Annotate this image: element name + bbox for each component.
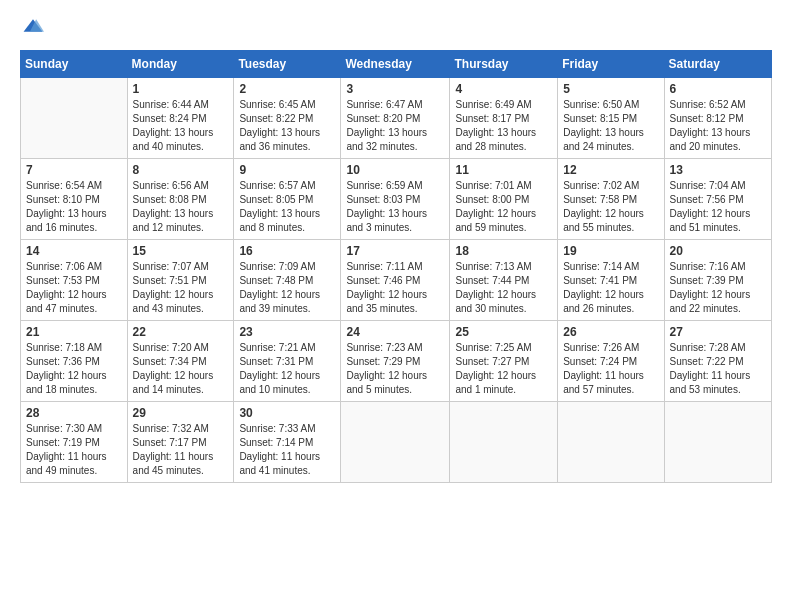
day-info: Sunrise: 7:25 AM Sunset: 7:27 PM Dayligh… [455,341,552,397]
column-header-wednesday: Wednesday [341,51,450,78]
day-info: Sunrise: 7:26 AM Sunset: 7:24 PM Dayligh… [563,341,658,397]
day-cell: 27Sunrise: 7:28 AM Sunset: 7:22 PM Dayli… [664,321,771,402]
week-row-1: 1Sunrise: 6:44 AM Sunset: 8:24 PM Daylig… [21,78,772,159]
day-cell: 9Sunrise: 6:57 AM Sunset: 8:05 PM Daylig… [234,159,341,240]
day-cell [664,402,771,483]
day-info: Sunrise: 6:54 AM Sunset: 8:10 PM Dayligh… [26,179,122,235]
day-info: Sunrise: 7:02 AM Sunset: 7:58 PM Dayligh… [563,179,658,235]
day-cell: 16Sunrise: 7:09 AM Sunset: 7:48 PM Dayli… [234,240,341,321]
day-info: Sunrise: 7:18 AM Sunset: 7:36 PM Dayligh… [26,341,122,397]
day-number: 27 [670,325,766,339]
column-header-friday: Friday [558,51,664,78]
column-header-thursday: Thursday [450,51,558,78]
day-info: Sunrise: 6:44 AM Sunset: 8:24 PM Dayligh… [133,98,229,154]
day-info: Sunrise: 7:32 AM Sunset: 7:17 PM Dayligh… [133,422,229,478]
week-row-3: 14Sunrise: 7:06 AM Sunset: 7:53 PM Dayli… [21,240,772,321]
day-cell: 17Sunrise: 7:11 AM Sunset: 7:46 PM Dayli… [341,240,450,321]
day-cell: 12Sunrise: 7:02 AM Sunset: 7:58 PM Dayli… [558,159,664,240]
day-cell: 28Sunrise: 7:30 AM Sunset: 7:19 PM Dayli… [21,402,128,483]
day-info: Sunrise: 6:57 AM Sunset: 8:05 PM Dayligh… [239,179,335,235]
page: SundayMondayTuesdayWednesdayThursdayFrid… [0,0,792,493]
day-info: Sunrise: 6:50 AM Sunset: 8:15 PM Dayligh… [563,98,658,154]
week-row-2: 7Sunrise: 6:54 AM Sunset: 8:10 PM Daylig… [21,159,772,240]
day-number: 15 [133,244,229,258]
day-cell: 5Sunrise: 6:50 AM Sunset: 8:15 PM Daylig… [558,78,664,159]
day-info: Sunrise: 6:47 AM Sunset: 8:20 PM Dayligh… [346,98,444,154]
day-number: 16 [239,244,335,258]
day-number: 12 [563,163,658,177]
day-info: Sunrise: 7:28 AM Sunset: 7:22 PM Dayligh… [670,341,766,397]
logo-icon [22,16,44,38]
day-cell: 18Sunrise: 7:13 AM Sunset: 7:44 PM Dayli… [450,240,558,321]
day-info: Sunrise: 7:20 AM Sunset: 7:34 PM Dayligh… [133,341,229,397]
day-number: 14 [26,244,122,258]
day-number: 21 [26,325,122,339]
calendar-table: SundayMondayTuesdayWednesdayThursdayFrid… [20,50,772,483]
day-info: Sunrise: 7:11 AM Sunset: 7:46 PM Dayligh… [346,260,444,316]
day-number: 13 [670,163,766,177]
day-number: 30 [239,406,335,420]
day-info: Sunrise: 7:23 AM Sunset: 7:29 PM Dayligh… [346,341,444,397]
day-cell: 15Sunrise: 7:07 AM Sunset: 7:51 PM Dayli… [127,240,234,321]
day-cell [558,402,664,483]
day-cell: 30Sunrise: 7:33 AM Sunset: 7:14 PM Dayli… [234,402,341,483]
day-info: Sunrise: 6:59 AM Sunset: 8:03 PM Dayligh… [346,179,444,235]
day-cell: 10Sunrise: 6:59 AM Sunset: 8:03 PM Dayli… [341,159,450,240]
day-number: 8 [133,163,229,177]
header [20,16,772,42]
day-cell: 24Sunrise: 7:23 AM Sunset: 7:29 PM Dayli… [341,321,450,402]
day-cell: 7Sunrise: 6:54 AM Sunset: 8:10 PM Daylig… [21,159,128,240]
day-number: 7 [26,163,122,177]
day-info: Sunrise: 7:04 AM Sunset: 7:56 PM Dayligh… [670,179,766,235]
day-info: Sunrise: 7:06 AM Sunset: 7:53 PM Dayligh… [26,260,122,316]
day-info: Sunrise: 7:30 AM Sunset: 7:19 PM Dayligh… [26,422,122,478]
day-cell: 11Sunrise: 7:01 AM Sunset: 8:00 PM Dayli… [450,159,558,240]
day-cell: 4Sunrise: 6:49 AM Sunset: 8:17 PM Daylig… [450,78,558,159]
day-number: 6 [670,82,766,96]
day-number: 23 [239,325,335,339]
day-number: 25 [455,325,552,339]
day-number: 10 [346,163,444,177]
day-info: Sunrise: 7:14 AM Sunset: 7:41 PM Dayligh… [563,260,658,316]
day-info: Sunrise: 7:09 AM Sunset: 7:48 PM Dayligh… [239,260,335,316]
week-row-5: 28Sunrise: 7:30 AM Sunset: 7:19 PM Dayli… [21,402,772,483]
day-number: 2 [239,82,335,96]
day-number: 5 [563,82,658,96]
day-info: Sunrise: 6:52 AM Sunset: 8:12 PM Dayligh… [670,98,766,154]
day-number: 19 [563,244,658,258]
day-number: 3 [346,82,444,96]
day-number: 29 [133,406,229,420]
day-number: 20 [670,244,766,258]
day-number: 26 [563,325,658,339]
day-info: Sunrise: 7:01 AM Sunset: 8:00 PM Dayligh… [455,179,552,235]
day-info: Sunrise: 6:45 AM Sunset: 8:22 PM Dayligh… [239,98,335,154]
day-info: Sunrise: 7:07 AM Sunset: 7:51 PM Dayligh… [133,260,229,316]
day-cell: 1Sunrise: 6:44 AM Sunset: 8:24 PM Daylig… [127,78,234,159]
day-number: 28 [26,406,122,420]
day-info: Sunrise: 6:56 AM Sunset: 8:08 PM Dayligh… [133,179,229,235]
day-cell: 14Sunrise: 7:06 AM Sunset: 7:53 PM Dayli… [21,240,128,321]
day-info: Sunrise: 7:33 AM Sunset: 7:14 PM Dayligh… [239,422,335,478]
day-cell [21,78,128,159]
logo [20,16,44,42]
column-header-monday: Monday [127,51,234,78]
day-cell: 25Sunrise: 7:25 AM Sunset: 7:27 PM Dayli… [450,321,558,402]
day-cell [450,402,558,483]
day-cell: 23Sunrise: 7:21 AM Sunset: 7:31 PM Dayli… [234,321,341,402]
day-cell: 19Sunrise: 7:14 AM Sunset: 7:41 PM Dayli… [558,240,664,321]
day-cell: 20Sunrise: 7:16 AM Sunset: 7:39 PM Dayli… [664,240,771,321]
day-cell: 21Sunrise: 7:18 AM Sunset: 7:36 PM Dayli… [21,321,128,402]
calendar-header: SundayMondayTuesdayWednesdayThursdayFrid… [21,51,772,78]
day-info: Sunrise: 7:21 AM Sunset: 7:31 PM Dayligh… [239,341,335,397]
day-info: Sunrise: 7:16 AM Sunset: 7:39 PM Dayligh… [670,260,766,316]
day-number: 18 [455,244,552,258]
day-number: 1 [133,82,229,96]
day-number: 22 [133,325,229,339]
day-cell: 8Sunrise: 6:56 AM Sunset: 8:08 PM Daylig… [127,159,234,240]
column-header-tuesday: Tuesday [234,51,341,78]
week-row-4: 21Sunrise: 7:18 AM Sunset: 7:36 PM Dayli… [21,321,772,402]
day-cell: 22Sunrise: 7:20 AM Sunset: 7:34 PM Dayli… [127,321,234,402]
day-cell: 29Sunrise: 7:32 AM Sunset: 7:17 PM Dayli… [127,402,234,483]
day-cell: 26Sunrise: 7:26 AM Sunset: 7:24 PM Dayli… [558,321,664,402]
day-number: 9 [239,163,335,177]
